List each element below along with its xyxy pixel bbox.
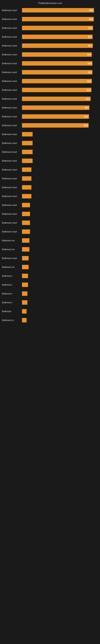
bar-label: Bottleneck result: [2, 116, 22, 118]
bar: 50.0: [22, 123, 89, 128]
bar-label: Bottleneck r: [2, 284, 22, 286]
bar-row: Bottleneck result54%: [2, 7, 98, 14]
bar-label: Bottleneck res: [2, 248, 22, 250]
bar-wrapper: [22, 194, 98, 198]
bar: [22, 265, 29, 269]
site-title: TheBottlenecker.com: [38, 2, 62, 5]
bar: 52.1: [22, 88, 91, 92]
bar-wrapper: [22, 212, 98, 216]
bar-label: Bottleneck res: [2, 266, 22, 268]
bar-wrapper: [22, 132, 98, 136]
bar-wrapper: [22, 309, 98, 314]
bar: [22, 256, 29, 260]
bar-wrapper: [22, 168, 98, 172]
bar-label: Bottleneck result: [2, 62, 22, 64]
bar: 50.5: [22, 106, 89, 110]
bar: 50.2: [22, 114, 89, 119]
bar-row: Bottleneck result: [2, 184, 98, 190]
bar-wrapper: [22, 300, 98, 305]
site-header: TheBottlenecker.com: [0, 0, 100, 6]
bar-wrapper: [22, 265, 98, 269]
bar-row: Bottleneck result52.9: [2, 34, 98, 40]
bar-label: Bottleneck re: [2, 319, 22, 322]
bar-wrapper: [22, 176, 98, 181]
bar-value: 53.3: [88, 27, 92, 29]
chart-container: Bottleneck result54%Bottleneck result53.…: [0, 6, 100, 328]
bar-wrapper: 52.4: [22, 79, 98, 83]
bar-label: Bottleneck r: [2, 292, 22, 295]
bar-label: Bottleneck result: [2, 71, 22, 74]
bar-wrapper: [22, 256, 98, 260]
bar-label: Bottleneck res: [2, 240, 22, 242]
bar-value: 50.2: [84, 116, 88, 118]
bar-label: Bottleneck result: [2, 89, 22, 91]
bar: [22, 185, 31, 190]
bar-label: Bottleneck result: [2, 18, 22, 20]
bar-row: Bottleneck result52.4: [2, 78, 98, 84]
bar-wrapper: [22, 282, 98, 287]
bar-wrapper: 50.5: [22, 106, 98, 110]
bar-value: 52.1: [87, 89, 91, 91]
bar-row: Bottleneck result: [2, 166, 98, 173]
bar-wrapper: [22, 247, 98, 252]
bar: 52.4: [22, 52, 92, 57]
bar: [22, 132, 33, 136]
bar-wrapper: 52.8: [22, 61, 98, 66]
bar-row: Bottleneck result50.0: [2, 122, 98, 128]
bar-value: 52.4: [87, 54, 91, 56]
bar: [22, 309, 27, 314]
bar: [22, 212, 30, 216]
bar-row: Bottleneck result: [2, 149, 98, 155]
bar-row: Bottleneck r: [2, 282, 98, 288]
bar-value: 52.4: [87, 80, 91, 82]
bar-wrapper: [22, 150, 98, 154]
bar-value: 52.8: [88, 62, 92, 64]
bar-row: Bottleneck result: [2, 140, 98, 146]
bar-wrapper: [22, 158, 98, 163]
bar-wrapper: 52.8: [22, 70, 98, 74]
bar-row: Bottleneck result: [2, 175, 98, 182]
bar-value: 52.9: [88, 36, 92, 38]
bar-row: Bottleneck result51.5: [2, 96, 98, 102]
bar-row: Bottleneck re: [2, 317, 98, 324]
bar-label: Bottleneck result: [2, 9, 22, 12]
bar-row: Bottleneck result: [2, 220, 98, 226]
bar-label: Bottleneck result: [2, 178, 22, 180]
bar-label: Bottleneck result: [2, 151, 22, 153]
bar-row: Bottleneck: [2, 308, 98, 314]
bar-wrapper: [22, 292, 98, 296]
bar-row: Bottleneck result: [2, 131, 98, 138]
bar: [22, 318, 27, 322]
bar-label: Bottleneck result: [2, 142, 22, 144]
bar-row: Bottleneck result52.8: [2, 60, 98, 66]
bar-row: Bottleneck result52.1: [2, 87, 98, 93]
bar-label: Bottleneck result: [2, 213, 22, 215]
bar-value: 52.8: [88, 71, 92, 74]
bar-label: Bottleneck r: [2, 302, 22, 304]
bar-wrapper: 50.0: [22, 123, 98, 128]
bar-label: Bottleneck result: [2, 124, 22, 126]
bar-value: 50.0: [84, 124, 88, 126]
bar-wrapper: 50.2: [22, 114, 98, 119]
bar-row: Bottleneck result50.2: [2, 113, 98, 120]
bar-wrapper: [22, 203, 98, 207]
bar-label: Bottleneck result: [2, 45, 22, 47]
bar-row: Bottleneck res: [2, 246, 98, 252]
bar: [22, 292, 27, 296]
bar-row: Bottleneck r: [2, 290, 98, 297]
bar-label: Bottleneck result: [2, 80, 22, 82]
bar-row: Bottleneck result: [2, 255, 98, 262]
bar-label: Bottleneck result: [2, 186, 22, 188]
bar-label: Bottleneck result: [2, 195, 22, 198]
bar-wrapper: 52.1: [22, 88, 98, 92]
bar-value: 51.5: [86, 98, 90, 100]
bar-label: Bottleneck result: [2, 107, 22, 109]
bar-row: Bottleneck res: [2, 237, 98, 244]
bar-label: Bottleneck: [2, 310, 22, 312]
bar: [22, 300, 27, 305]
bar: [22, 168, 31, 172]
bar-value: 50.5: [85, 107, 88, 109]
bar: [22, 176, 31, 181]
bar-label: Bottleneck result: [2, 54, 22, 56]
bar-label: Bottleneck result: [2, 36, 22, 38]
